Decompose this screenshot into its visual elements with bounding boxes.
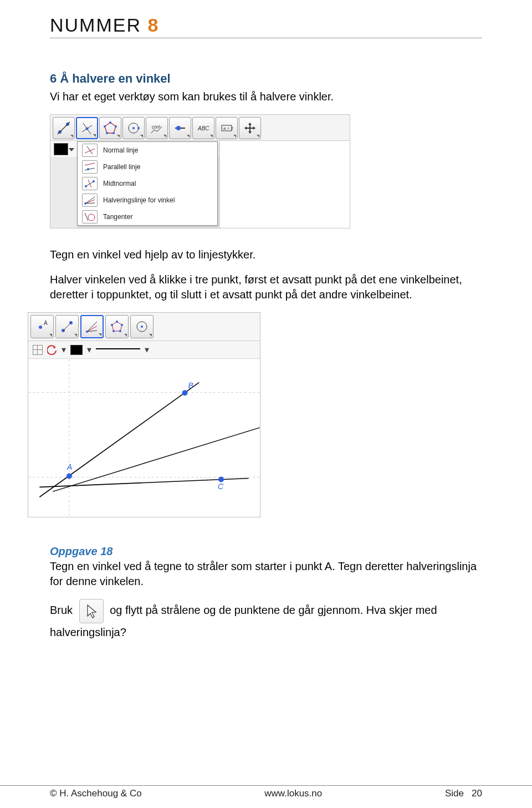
svg-text:B: B xyxy=(188,381,193,390)
tool2-bisector-icon[interactable] xyxy=(80,315,104,338)
svg-line-22 xyxy=(87,146,93,154)
svg-line-24 xyxy=(85,168,95,170)
line-thickness-icon[interactable] xyxy=(96,348,140,356)
angle-bisector-icon xyxy=(82,194,98,207)
svg-line-40 xyxy=(63,323,71,331)
oppgave-heading: Oppgave 18 xyxy=(50,545,482,558)
tool-area-icon[interactable]: cm² xyxy=(146,117,168,139)
svg-point-50 xyxy=(111,324,113,326)
toolbar2: A xyxy=(28,313,260,341)
color-swatch-2-icon[interactable] xyxy=(70,345,83,355)
svg-text:C: C xyxy=(218,482,224,491)
oppgave-p2-after: og flytt på strålene og de punktene de g… xyxy=(50,604,437,638)
menu-label: Tangenter xyxy=(103,213,132,221)
svg-point-25 xyxy=(87,168,89,170)
svg-line-2 xyxy=(58,122,70,134)
svg-text:cm²: cm² xyxy=(152,124,160,130)
screenshot-angle-bisector: A ▾ ▾ ▾ A xyxy=(28,312,260,517)
svg-point-28 xyxy=(85,185,87,187)
instruction-2: Halver vinkelen ved å klikke i tre punkt… xyxy=(50,272,482,302)
svg-point-11 xyxy=(104,125,106,128)
parallel-line-icon xyxy=(82,160,98,174)
tool2-point-a-icon[interactable]: A xyxy=(30,315,54,338)
section-heading: 6 Å halvere en vinkel xyxy=(50,72,482,86)
footer-right: Side 20 xyxy=(445,788,482,799)
undo-icon[interactable] xyxy=(47,345,57,355)
svg-point-49 xyxy=(112,330,115,332)
menu-item-normal-linje[interactable]: Normal linje xyxy=(78,142,217,159)
tool-equation-icon[interactable]: a = 2 xyxy=(216,117,238,139)
tool2-circle-icon[interactable] xyxy=(130,315,154,338)
svg-line-21 xyxy=(85,149,95,153)
brand-name: NUMMER xyxy=(50,14,147,35)
svg-line-23 xyxy=(85,163,95,165)
svg-point-34 xyxy=(88,214,95,221)
menu-label: Parallell linje xyxy=(103,163,140,171)
tangent-icon xyxy=(82,210,98,223)
menu-label: Midtnormal xyxy=(103,180,136,187)
svg-text:a = 2: a = 2 xyxy=(223,126,234,131)
instruction-1: Tegn en vinkel ved hjelp av to linjestyk… xyxy=(50,247,482,262)
cursor-tool-icon[interactable] xyxy=(79,599,104,623)
svg-point-29 xyxy=(93,180,95,182)
normal-line-icon xyxy=(82,144,98,157)
svg-point-5 xyxy=(86,128,89,130)
brand-number: 8 xyxy=(147,14,159,35)
svg-line-57 xyxy=(39,383,199,497)
page-footer: © H. Aschehoug & Co www.lokus.no Side 20 xyxy=(0,785,532,799)
svg-text:A: A xyxy=(66,463,72,471)
midpoint-normal-icon xyxy=(82,177,98,190)
svg-point-62 xyxy=(182,390,188,396)
svg-marker-6 xyxy=(105,123,116,133)
svg-point-9 xyxy=(112,132,115,134)
svg-point-33 xyxy=(84,202,86,205)
oppgave-p1: Tegn en vinkel ved å tegne to stråler so… xyxy=(50,559,482,589)
svg-point-48 xyxy=(119,330,121,332)
svg-point-13 xyxy=(132,127,135,129)
menu-item-parallell-linje[interactable]: Parallell linje xyxy=(78,159,217,175)
section-intro: Vi har et eget verktøy som kan brukes ti… xyxy=(50,89,482,104)
toolbar2-secondary: ▾ ▾ ▾ xyxy=(28,341,260,359)
oppgave-p2-before: Bruk xyxy=(50,604,73,616)
footer-left: © H. Aschehoug & Co xyxy=(50,788,142,799)
tool-move-icon[interactable] xyxy=(239,117,261,139)
footer-center: www.lokus.no xyxy=(264,788,322,799)
tool2-segment-icon[interactable] xyxy=(55,315,79,338)
svg-point-60 xyxy=(66,474,72,479)
menu-label: Halveringslinje for vinkel xyxy=(103,196,175,204)
canvas-area xyxy=(219,141,350,228)
svg-point-8 xyxy=(115,125,117,128)
menu-item-halveringslinje[interactable]: Halveringslinje for vinkel xyxy=(78,192,217,209)
geometry-canvas: A B C xyxy=(28,359,260,517)
svg-text:ABC: ABC xyxy=(197,125,209,131)
tool-slider-icon[interactable] xyxy=(169,117,191,139)
tool-line-two-points-icon[interactable] xyxy=(53,117,75,139)
brand-header: NUMMER 8 xyxy=(50,16,482,38)
svg-point-7 xyxy=(109,121,111,124)
toolbar-row-1: cm² ABC a = 2 xyxy=(50,115,350,141)
svg-point-17 xyxy=(176,126,181,130)
menu-item-midtnormal[interactable]: Midtnormal xyxy=(78,175,217,192)
tool-perpendicular-icon[interactable] xyxy=(76,117,98,139)
svg-point-52 xyxy=(141,326,143,328)
svg-marker-45 xyxy=(112,322,122,331)
svg-point-36 xyxy=(39,326,42,329)
menu-item-tangenter[interactable]: Tangenter xyxy=(78,209,217,225)
svg-point-10 xyxy=(106,132,108,134)
svg-line-27 xyxy=(88,180,91,187)
tool-polygon-icon[interactable] xyxy=(99,117,121,139)
tool2-polygon-icon[interactable] xyxy=(105,315,129,338)
screenshot-toolbar-dropdown: cm² ABC a = 2 Normal linje Parallell lin… xyxy=(50,114,350,228)
svg-point-44 xyxy=(86,331,88,333)
svg-point-64 xyxy=(218,477,224,482)
svg-text:A: A xyxy=(44,320,48,326)
svg-line-35 xyxy=(85,213,88,221)
oppgave-p2: Bruk og flytt på strålene og de punktene… xyxy=(50,599,482,641)
svg-point-46 xyxy=(116,321,118,323)
grid-toggle-icon[interactable] xyxy=(33,345,43,355)
svg-point-14 xyxy=(137,127,140,129)
color-swatch-icon[interactable] xyxy=(54,143,68,155)
tool-text-abc-icon[interactable]: ABC xyxy=(192,117,214,139)
tool-dropdown-menu: Normal linje Parallell linje Midtnormal … xyxy=(77,141,218,226)
tool-circle-icon[interactable] xyxy=(122,117,145,139)
